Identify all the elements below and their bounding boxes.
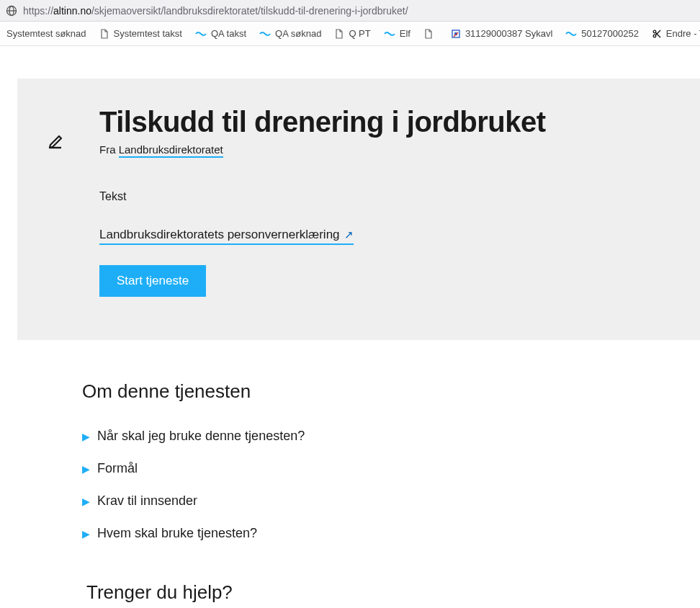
svg-line-7 bbox=[655, 30, 660, 35]
start-service-button[interactable]: Start tjeneste bbox=[99, 265, 206, 297]
accordion-label: Formål bbox=[97, 461, 138, 476]
square-icon bbox=[451, 29, 461, 39]
bookmark-7[interactable]: 31129000387 Sykavl bbox=[444, 22, 559, 45]
accordion-label: Hvem skal bruke tjenesten? bbox=[97, 526, 257, 541]
about-heading: Om denne tjenesten bbox=[82, 380, 700, 403]
wave-icon bbox=[384, 30, 395, 37]
bookmark-9[interactable]: Endre - Test Agros bbox=[645, 22, 700, 45]
tekst-label: Tekst bbox=[99, 190, 683, 203]
page-content: Tilskudd til drenering i jordbruket Fra … bbox=[0, 46, 700, 604]
accordion-item-1[interactable]: ▶ Formål bbox=[82, 452, 700, 485]
page-icon bbox=[334, 29, 344, 39]
help-heading: Trenger du hjelp? bbox=[86, 581, 700, 604]
wave-icon bbox=[565, 30, 577, 37]
svg-point-4 bbox=[653, 30, 656, 33]
page-icon bbox=[423, 29, 434, 39]
bookmark-2[interactable]: QA takst bbox=[189, 22, 253, 45]
chevron-right-icon: ▶ bbox=[82, 463, 90, 475]
chevron-right-icon: ▶ bbox=[82, 431, 90, 442]
globe-icon bbox=[6, 5, 17, 17]
address-bar: https://altinn.no/skjemaoversikt/landbru… bbox=[0, 0, 700, 22]
bookmark-5[interactable]: Elf bbox=[377, 22, 417, 45]
svg-line-6 bbox=[655, 32, 660, 37]
about-section: Om denne tjenesten ▶ Når skal jeg bruke … bbox=[82, 380, 700, 604]
service-header-panel: Tilskudd til drenering i jordbruket Fra … bbox=[17, 79, 700, 340]
bookmark-4[interactable]: Q PT bbox=[328, 22, 377, 45]
wave-icon bbox=[195, 30, 207, 37]
accordion-label: Når skal jeg bruke denne tjenesten? bbox=[97, 429, 305, 444]
wave-icon bbox=[259, 30, 271, 37]
chevron-right-icon: ▶ bbox=[82, 496, 90, 507]
accordion-item-2[interactable]: ▶ Krav til innsender bbox=[82, 485, 700, 517]
bookmark-8[interactable]: 50127000252 bbox=[559, 22, 645, 45]
page-icon bbox=[99, 29, 109, 39]
svg-point-5 bbox=[653, 35, 656, 37]
page-title: Tilskudd til drenering i jordbruket bbox=[99, 106, 683, 138]
bookmark-3[interactable]: QA søknad bbox=[253, 22, 328, 45]
bookmark-0[interactable]: Systemtest søknad bbox=[0, 22, 93, 45]
bookmark-6[interactable] bbox=[417, 22, 444, 45]
scissors-icon bbox=[652, 29, 662, 39]
from-org-link[interactable]: Landbruksdirektoratet bbox=[119, 143, 223, 158]
form-edit-icon bbox=[43, 129, 65, 153]
accordion-label: Krav til innsender bbox=[97, 493, 197, 509]
accordion-item-0[interactable]: ▶ Når skal jeg bruke denne tjenesten? bbox=[82, 420, 700, 452]
accordion-item-3[interactable]: ▶ Hvem skal bruke tjenesten? bbox=[82, 517, 700, 550]
bookmarks-bar: Systemtest søknad Systemtest takst QA ta… bbox=[0, 22, 700, 46]
chevron-right-icon: ▶ bbox=[82, 528, 90, 540]
address-url[interactable]: https://altinn.no/skjemaoversikt/landbru… bbox=[23, 5, 408, 17]
external-link-icon: ↗ bbox=[344, 228, 354, 241]
from-line: Fra Landbruksdirektoratet bbox=[99, 143, 683, 156]
bookmark-1[interactable]: Systemtest takst bbox=[93, 22, 189, 45]
privacy-link[interactable]: Landbruksdirektoratets personvernerklæri… bbox=[99, 228, 354, 245]
